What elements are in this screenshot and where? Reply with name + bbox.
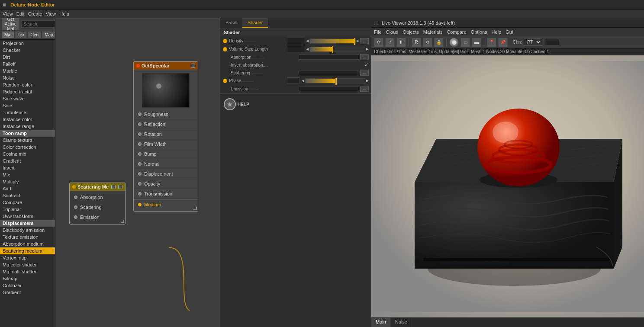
chn-value[interactable]: 0.5 [544, 39, 559, 45]
menu-edit[interactable]: Edit [16, 11, 25, 16]
node-port-emission[interactable]: Emission [70, 212, 125, 222]
sidebar-item[interactable]: Random color [0, 81, 55, 88]
node-port-scattering[interactable]: Scattering [70, 202, 125, 212]
sidebar-item[interactable]: Uvw transform [0, 213, 55, 220]
sidebar-item[interactable]: Sine wave [0, 95, 55, 102]
sidebar-item[interactable]: Turbulence [0, 109, 55, 116]
node-pin-scatter[interactable] [118, 185, 122, 189]
density-arrow-right[interactable]: ▶ [357, 39, 359, 43]
phase-arrow-left[interactable]: ◀ [302, 79, 304, 83]
phase-arrow-right[interactable]: ▶ [366, 79, 369, 83]
emission-color-bar[interactable] [299, 86, 359, 91]
lv-canvas[interactable] [371, 55, 644, 317]
sidebar-item[interactable]: Subtract [0, 192, 55, 199]
node-port-reflection[interactable]: Reflection [134, 119, 198, 129]
sidebar-item[interactable]: Gradient [0, 289, 55, 296]
menu-view[interactable]: View [3, 11, 13, 16]
volume-step-radio[interactable] [223, 47, 227, 51]
sidebar-item[interactable]: Falloff [0, 61, 55, 67]
node-port-filmwidth[interactable]: Film Width [134, 139, 198, 149]
node-port-displacement[interactable]: Displacement [134, 169, 198, 179]
sidebar-item[interactable]: Instance range [0, 123, 55, 130]
sidebar-item[interactable]: Projection [0, 40, 55, 47]
sidebar-item[interactable]: Marble [0, 67, 55, 74]
sidebar-item[interactable]: Clamp texture [0, 137, 55, 144]
chn-select[interactable]: PT DL AO [524, 38, 542, 46]
sidebar-item[interactable]: Triplanar [0, 206, 55, 213]
lv-toolbar-pin2[interactable]: 📌 [498, 38, 508, 47]
node-port-bump[interactable]: Bump [134, 149, 198, 159]
node-port-absorption[interactable]: Absorption [70, 192, 125, 202]
emission-more-btn[interactable]: … [360, 86, 369, 92]
sidebar-item[interactable]: Multiply [0, 178, 55, 185]
node-port-transmission[interactable]: Transmission [134, 189, 198, 199]
scattering-more-btn[interactable]: … [360, 70, 369, 76]
sidebar-item[interactable]: Absorption medium [0, 240, 55, 247]
sidebar-item[interactable]: Color correction [0, 144, 55, 151]
tab-mat[interactable]: Mat [2, 31, 14, 38]
absorption-more-btn[interactable]: … [360, 54, 369, 60]
lv-menu-cloud[interactable]: Cloud [386, 29, 399, 35]
lv-menu-materials[interactable]: Materials [423, 29, 443, 35]
vsl-arrow-left[interactable]: ◀ [306, 47, 309, 51]
sidebar-item[interactable]: Add [0, 185, 55, 192]
sidebar-item[interactable]: Texture emission [0, 234, 55, 240]
density-value[interactable]: 100. [287, 38, 304, 44]
lv-menu-compare[interactable]: Compare [447, 29, 466, 35]
sidebar-item[interactable]: Ridged fractal [0, 88, 55, 95]
lv-tab-main[interactable]: Main [371, 318, 391, 327]
sidebar-item[interactable]: Vertex map [0, 254, 55, 261]
sidebar-item[interactable]: Bitmap [0, 275, 55, 282]
tab-gen[interactable]: Gen [28, 31, 41, 38]
sidebar-item[interactable]: Mg multi shader [0, 268, 55, 275]
node-close[interactable] [191, 64, 195, 68]
sidebar-item[interactable]: Gradient [0, 157, 55, 164]
menu-help[interactable]: Help [59, 11, 69, 16]
node-port-roughness[interactable]: Roughness [134, 109, 198, 119]
node-editor[interactable]: OctSpecular Roughness Reflection [55, 18, 220, 327]
sidebar-section-displacement[interactable]: Displacement [0, 220, 55, 227]
lv-toolbar-settings[interactable]: ⚙ [423, 38, 432, 47]
lv-tab-noise[interactable]: Noise [391, 318, 412, 327]
node-port-opacity[interactable]: Opacity [134, 179, 198, 189]
volume-step-value[interactable]: 4. [287, 46, 304, 52]
sidebar-item-scattering-medium[interactable]: Scattering medium [0, 247, 55, 254]
sidebar-item[interactable]: Noise [0, 74, 55, 81]
lv-toolbar-pause[interactable]: ⏸ [396, 38, 406, 47]
lv-toolbar-frame1[interactable]: ▭ [460, 38, 470, 47]
lv-toolbar-pin1[interactable]: 📍 [487, 38, 496, 47]
node-resize-handle-scatter[interactable] [121, 220, 124, 223]
phase-radio[interactable] [223, 79, 227, 83]
sidebar-section-toon[interactable]: Toon ramp [0, 130, 55, 137]
lv-menu-file[interactable]: File [374, 29, 382, 35]
sidebar-item[interactable]: Cosine mix [0, 151, 55, 157]
sidebar-item[interactable]: Mg color shader [0, 261, 55, 268]
sidebar-item[interactable]: Mix [0, 171, 55, 178]
sidebar-item[interactable]: Blackbody emission [0, 227, 55, 234]
sidebar-item[interactable]: Colorizer [0, 282, 55, 289]
node-port-rotation[interactable]: Rotation [134, 129, 198, 139]
tab-map[interactable]: Map [42, 31, 55, 38]
lv-menu-objects[interactable]: Objects [402, 29, 419, 35]
menu-create[interactable]: Create [28, 11, 42, 16]
sidebar-item[interactable]: Compare [0, 199, 55, 206]
node-scattering-medium[interactable]: Scattering Me Absorption Scattering Emis… [69, 183, 126, 224]
tab-shader[interactable]: Shader [242, 18, 268, 28]
absorption-color-bar[interactable] [299, 54, 359, 60]
lv-toolbar-frame2[interactable]: ▬ [472, 38, 481, 47]
lv-toolbar-sphere[interactable]: ⬤ [449, 38, 459, 47]
volume-step-slider[interactable] [309, 47, 365, 52]
scattering-color-bar[interactable] [299, 70, 359, 75]
node-close-scatter[interactable] [111, 185, 116, 189]
sidebar-item[interactable]: Checker [0, 47, 55, 54]
node-port-medium[interactable]: Medium [134, 199, 198, 209]
invert-checkmark[interactable]: ✓ [364, 62, 369, 68]
tab-tex[interactable]: Tex [15, 31, 27, 38]
density-radio[interactable] [223, 39, 227, 43]
node-port-normal[interactable]: Normal [134, 159, 198, 169]
sidebar-item[interactable]: Dirt [0, 54, 55, 61]
search-input[interactable] [21, 20, 55, 28]
lv-menu-gui[interactable]: Gui [506, 29, 513, 35]
density-arrow-left[interactable]: ◀ [306, 39, 309, 43]
sidebar-item[interactable]: Instance color [0, 116, 55, 123]
